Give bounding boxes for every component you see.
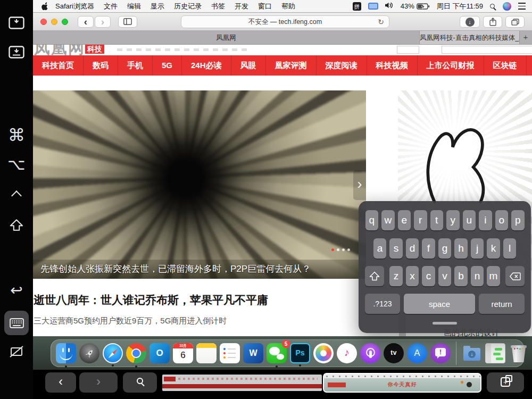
site-logo-badge[interactable]: 科技 [85,45,104,54]
siri-icon[interactable] [503,2,511,11]
letter-key[interactable]: k [487,238,500,259]
letter-key[interactable]: r [414,210,427,230]
letter-key[interactable]: i [479,210,492,230]
nav-item[interactable]: 车科技 [526,55,532,76]
menu-item[interactable]: 窗口 [253,0,277,13]
dock-podcasts-icon[interactable] [360,343,380,363]
menu-item[interactable]: 显示 [146,0,169,13]
menu-clock[interactable]: 周日 下午11:59 [437,2,483,11]
zoom-window-button[interactable] [62,19,68,25]
touchbar-back-button[interactable]: ‹ [45,372,76,393]
hide-dock-icon[interactable] [9,46,24,61]
letter-key[interactable]: a [373,238,387,259]
spotlight-icon[interactable] [490,4,495,9]
article-headline[interactable]: 逝世八周年：世人谁记乔布斯，苹果平凡不平庸 [34,293,268,307]
command-key-icon[interactable]: ⌘ [8,127,25,144]
nav-item[interactable]: 风眼 [231,55,265,76]
letter-key[interactable]: t [430,210,444,230]
downloads-button[interactable]: ↓ [460,16,480,28]
dock-finder-icon[interactable] [56,343,76,363]
control-key-icon[interactable] [12,190,21,200]
dock-wechat-icon[interactable]: 5 [267,343,287,363]
nav-item[interactable]: 科技视频 [367,55,417,76]
touchbar-forward-button[interactable]: › [79,372,118,393]
letter-key[interactable]: j [471,238,484,259]
touchbar-scrubber[interactable]: 你今天真好 [162,373,481,393]
nav-item[interactable]: 深度阅读 [316,55,367,76]
letter-key[interactable]: y [446,210,460,230]
dock-chrome-icon[interactable] [126,343,146,363]
dock-launchpad-icon[interactable] [79,343,99,363]
letter-key[interactable]: d [406,238,419,259]
option-key-icon[interactable]: ⌥ [7,156,25,172]
carousel-dot[interactable] [342,248,345,251]
numbers-key[interactable]: .?123 [365,294,400,314]
hide-menubar-icon[interactable] [9,16,24,31]
minimize-window-button[interactable] [51,19,57,25]
hero-caption[interactable]: 先锋创始人张振新突然去世，已滞留海外多时，P2P巨雷何去何从？ [33,260,366,279]
letter-key[interactable]: c [422,266,435,286]
reload-icon[interactable]: ↻ [378,16,384,28]
share-button[interactable] [483,16,502,28]
touchbar-newtab-button[interactable]: + [487,372,524,393]
letter-key[interactable]: q [365,210,379,230]
return-key[interactable]: return [479,294,525,314]
letter-key[interactable]: g [438,238,452,259]
tab-overview-button[interactable] [505,16,525,28]
nav-item[interactable]: 区块链 [484,55,526,76]
site-logo[interactable]: 凤凰网 [34,45,85,55]
letter-key[interactable]: l [503,238,517,259]
display-mirroring-icon[interactable] [368,3,378,10]
nav-item[interactable]: 上市公司财报 [417,55,484,76]
back-button[interactable]: ‹ [78,16,94,28]
dock-appstore-icon[interactable]: A [407,343,427,363]
dock-notes-icon[interactable] [196,343,217,363]
letter-key[interactable]: m [487,266,500,286]
scrubber-page-preview[interactable] [162,375,322,391]
carousel-next-icon[interactable]: › [353,170,366,200]
letter-key[interactable]: u [463,210,476,230]
shift-key-icon[interactable] [10,218,23,234]
hero-carousel[interactable]: 先锋创始人张振新突然去世，已滞留海外多时，P2P巨雷何去何从？ › [33,90,366,279]
forward-button[interactable]: › [95,16,111,28]
nav-item[interactable]: 凰家评测 [265,55,316,76]
nav-item[interactable]: 5G [152,55,181,76]
dock-downloads-folder-icon[interactable]: ↓ [462,343,482,363]
dock-calendar-icon[interactable]: 10月 6 [173,343,193,363]
header-search-input[interactable] [442,46,532,54]
scrubber-current-view[interactable]: 你今天真好 [323,373,481,393]
notification-center-icon[interactable] [518,3,526,9]
dock-appletv-icon[interactable]: tv [384,343,404,363]
letter-key[interactable]: b [454,266,468,286]
dock-word-icon[interactable]: W [243,343,263,363]
volume-icon[interactable] [385,2,394,10]
undo-icon[interactable]: ↩ [10,282,22,298]
dock-feedback-icon[interactable]: ! [430,343,451,363]
dock-music-icon[interactable]: ♪ [337,343,357,363]
menu-item[interactable]: 书签 [206,0,230,13]
menu-item[interactable]: 帮助 [277,0,300,13]
touchbar-search-button[interactable] [123,372,157,393]
menu-item[interactable]: 开发 [230,0,253,13]
tab-active[interactable]: 凤凰网科技-直击真相的科技媒体_凤凰网 [420,31,519,44]
close-window-button[interactable] [40,19,47,25]
nav-item[interactable]: 科技首页 [33,55,83,76]
nav-item[interactable]: 24H必读 [181,55,231,76]
keyboard-drag-handle[interactable] [433,322,457,325]
carousel-dot[interactable] [347,248,350,251]
dock-trash-icon[interactable] [509,343,529,363]
dock-safari-icon[interactable] [103,343,123,363]
address-bar[interactable]: 不安全 — tech.ifeng.com ↻ [181,15,389,28]
menu-item[interactable]: 文件 [99,0,122,13]
dock-photos-icon[interactable] [313,343,334,363]
space-key[interactable]: space [404,294,475,314]
letter-key[interactable]: z [389,266,403,286]
new-tab-button[interactable]: + [519,31,531,44]
letter-key[interactable]: f [422,238,435,259]
carousel-dot-active[interactable] [331,248,334,251]
apple-menu-icon[interactable] [41,2,48,10]
letter-key[interactable]: h [454,238,468,259]
header-search-button[interactable] [397,46,419,54]
disconnect-icon[interactable] [9,346,24,360]
letter-key[interactable]: n [471,266,484,286]
